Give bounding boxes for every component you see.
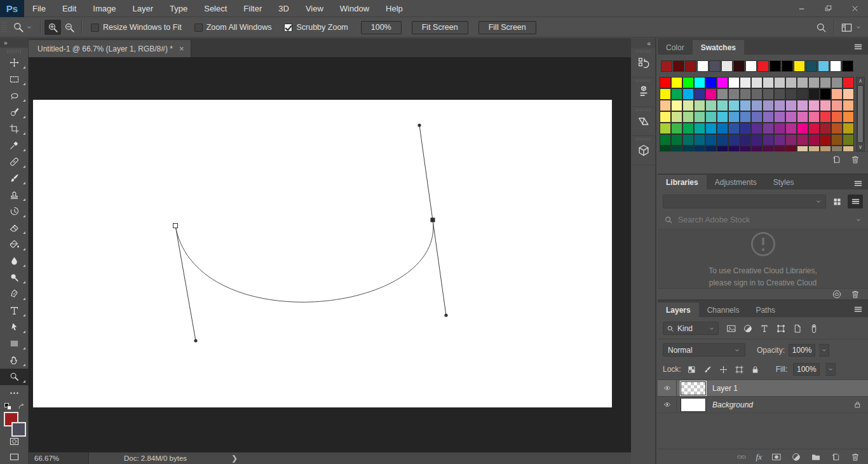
recent-swatch-15[interactable] <box>842 60 853 72</box>
dock-properties-panel[interactable] <box>631 78 656 107</box>
swatch-5-0[interactable] <box>660 134 671 146</box>
menu-select[interactable]: Select <box>196 0 235 17</box>
zoom-in-button[interactable] <box>44 20 61 35</box>
swatch-0-1[interactable] <box>671 77 682 88</box>
swatch-5-14[interactable] <box>820 134 831 146</box>
document-tab[interactable]: Untitled-1 @ 66.7% (Layer 1, RGB/8#) * × <box>29 40 191 57</box>
swatch-2-0[interactable] <box>660 100 671 111</box>
swatch-3-9[interactable] <box>763 111 774 123</box>
swatch-1-11[interactable] <box>785 88 797 100</box>
library-search[interactable]: Search Adobe Stock <box>658 211 868 229</box>
swatch-4-3[interactable] <box>694 123 705 134</box>
recent-swatch-5[interactable] <box>721 60 733 72</box>
swatch-4-2[interactable] <box>682 123 694 134</box>
layer-row-layer-1[interactable]: Layer 1 <box>658 380 868 397</box>
swatch-2-1[interactable] <box>671 100 682 111</box>
tool-rectangle[interactable] <box>0 336 29 352</box>
layers-tab-channels[interactable]: Channels <box>699 303 748 317</box>
swatch-5-13[interactable] <box>808 134 820 146</box>
swatch-2-3[interactable] <box>694 100 705 111</box>
swatch-3-6[interactable] <box>728 111 740 123</box>
swatch-5-5[interactable] <box>717 134 728 146</box>
swatch-0-14[interactable] <box>820 77 831 88</box>
active-tool-badge[interactable] <box>8 21 36 34</box>
swatch-3-3[interactable] <box>694 111 705 123</box>
swatch-6-5[interactable] <box>717 146 728 151</box>
panel-menu-icon[interactable] <box>853 179 863 187</box>
swatch-6-13[interactable] <box>808 146 820 151</box>
menu-3d[interactable]: 3D <box>270 0 297 17</box>
swatch-2-2[interactable] <box>682 100 694 111</box>
swatch-4-9[interactable] <box>763 123 774 134</box>
swatch-6-9[interactable] <box>763 146 774 151</box>
status-doc-info[interactable]: Doc: 2.84M/0 bytes ❯ <box>89 454 238 463</box>
delete-swatch-trash-icon[interactable] <box>850 154 860 165</box>
swatch-1-5[interactable] <box>717 88 728 100</box>
layer-thumbnail[interactable] <box>681 381 706 395</box>
tool-type[interactable] <box>0 303 29 319</box>
tool-clone-stamp[interactable] <box>0 187 29 203</box>
tool-quick-selection[interactable] <box>0 104 29 121</box>
swatch-2-16[interactable] <box>843 100 854 111</box>
swatch-4-13[interactable] <box>808 123 820 134</box>
swatch-3-15[interactable] <box>831 111 843 123</box>
swatch-5-6[interactable] <box>728 134 740 146</box>
swatch-6-1[interactable] <box>671 146 682 151</box>
tool-hand[interactable] <box>0 352 29 369</box>
swatch-2-9[interactable] <box>763 100 774 111</box>
status-zoom-level[interactable]: 66.67% <box>29 453 89 464</box>
swatch-0-10[interactable] <box>774 77 785 88</box>
swatch-3-1[interactable] <box>671 111 682 123</box>
layers-tab-layers[interactable]: Layers <box>658 303 699 317</box>
swatch-1-9[interactable] <box>763 88 774 100</box>
new-swatch-icon[interactable] <box>831 154 841 165</box>
swatch-2-14[interactable] <box>820 100 831 111</box>
swatch-0-5[interactable] <box>717 77 728 88</box>
lock-all-icon[interactable] <box>750 365 760 374</box>
kind-filter-select[interactable]: Kind <box>663 322 719 335</box>
swatch-1-1[interactable] <box>671 88 682 100</box>
recent-swatch-11[interactable] <box>794 60 805 72</box>
swatch-3-12[interactable] <box>797 111 808 123</box>
swatches-tab-swatches[interactable]: Swatches <box>693 40 744 55</box>
fill-value[interactable]: 100% <box>793 363 820 376</box>
swatch-6-6[interactable] <box>728 146 740 151</box>
swatch-2-8[interactable] <box>751 100 763 111</box>
swatch-1-16[interactable] <box>843 88 854 100</box>
swatch-2-7[interactable] <box>740 100 751 111</box>
swatch-0-13[interactable] <box>808 77 820 88</box>
swatch-3-0[interactable] <box>660 111 671 123</box>
fill-chevron[interactable] <box>825 363 836 376</box>
tool-gradient[interactable] <box>0 236 29 253</box>
libraries-tab-libraries[interactable]: Libraries <box>658 175 707 189</box>
lock-transparent-icon[interactable] <box>687 365 696 374</box>
document-canvas[interactable] <box>33 100 612 407</box>
zoom-out-button[interactable] <box>61 20 78 35</box>
add-layer-mask-icon[interactable] <box>771 452 782 462</box>
canvas-pasteboard[interactable] <box>29 57 631 452</box>
menu-edit[interactable]: Edit <box>54 0 85 17</box>
checkbox-box[interactable] <box>284 24 292 32</box>
delete-library-trash-icon[interactable] <box>850 289 860 299</box>
libraries-tab-adjustments[interactable]: Adjustments <box>707 175 765 189</box>
layer-effects-fx-icon[interactable]: fx <box>756 452 762 462</box>
swatch-4-0[interactable] <box>660 123 671 134</box>
visibility-toggle[interactable] <box>658 380 677 396</box>
toolbar-grip[interactable] <box>7 50 21 53</box>
swatch-0-9[interactable] <box>763 77 774 88</box>
swatch-1-8[interactable] <box>751 88 763 100</box>
tool-rectangular-marquee[interactable] <box>0 71 29 88</box>
filter-toggle-icon[interactable] <box>808 324 820 334</box>
chevron-down-icon[interactable] <box>855 217 862 223</box>
library-select[interactable] <box>663 194 826 208</box>
swatch-3-5[interactable] <box>717 111 728 123</box>
tool-zoom[interactable] <box>0 369 29 385</box>
swatch-1-0[interactable] <box>660 88 671 100</box>
swatch-0-0[interactable] <box>660 77 671 88</box>
layer-row-background[interactable]: Background <box>658 397 868 413</box>
scroll-up-icon[interactable]: ∧ <box>858 78 863 84</box>
recent-swatch-3[interactable] <box>697 60 709 72</box>
recent-swatch-8[interactable] <box>757 60 769 72</box>
recent-swatch-9[interactable] <box>770 60 781 72</box>
search-icon[interactable] <box>815 22 827 34</box>
